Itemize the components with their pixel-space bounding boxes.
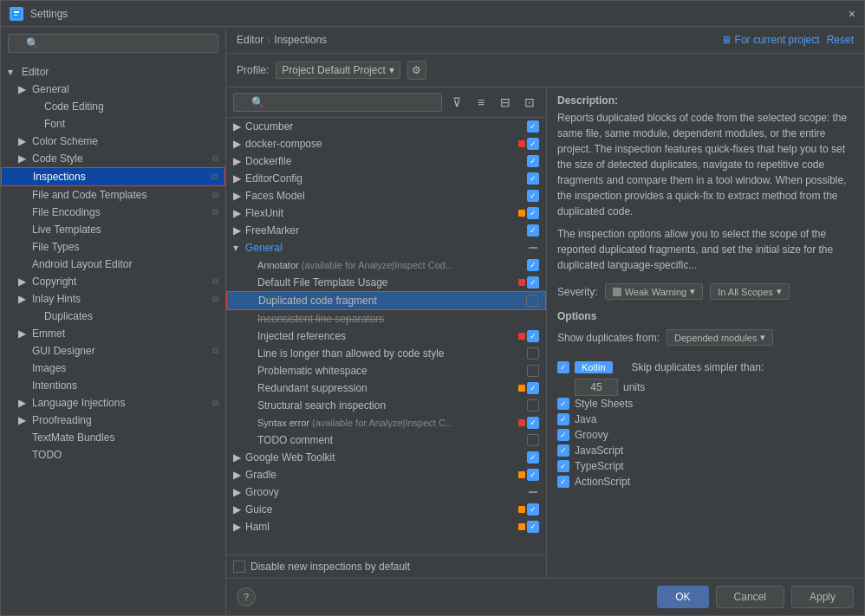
insp-item-structural[interactable]: Structural search inspection bbox=[226, 397, 546, 414]
minimize-button[interactable]: ⊡ bbox=[520, 93, 539, 112]
insp-item-gwt[interactable]: ▶ Google Web Toolkit ✓ bbox=[226, 449, 546, 466]
syntax-checkbox[interactable]: ✓ bbox=[527, 417, 539, 429]
sidebar-item-editor[interactable]: ▾ Editor bbox=[1, 63, 225, 81]
prob-ws-checkbox[interactable] bbox=[527, 365, 539, 377]
cucumber-checkbox[interactable]: ✓ bbox=[527, 120, 539, 133]
insp-item-editorconfig[interactable]: ▶ EditorConfig ✓ bbox=[226, 170, 546, 187]
sidebar-item-lang-injections[interactable]: ▶ Language Injections ⧉ bbox=[1, 394, 225, 412]
insp-item-docker[interactable]: ▶ docker-compose ✓ bbox=[226, 135, 546, 152]
insp-item-cucumber[interactable]: ▶ Cucumber ✓ bbox=[226, 118, 546, 135]
faces-checkbox[interactable]: ✓ bbox=[527, 190, 539, 202]
show-dup-select[interactable]: Depended modules ▾ bbox=[667, 329, 773, 346]
stylesheets-checkbox[interactable]: ✓ bbox=[557, 398, 569, 410]
as-checkbox[interactable]: ✓ bbox=[557, 476, 569, 488]
disable-checkbox[interactable] bbox=[233, 561, 245, 573]
java-checkbox[interactable]: ✓ bbox=[557, 413, 569, 425]
simpler-input[interactable] bbox=[575, 379, 618, 396]
insp-item-faces[interactable]: ▶ Faces Model ✓ bbox=[226, 187, 546, 204]
insp-item-haml[interactable]: ▶ Haml ✓ bbox=[226, 518, 546, 535]
sidebar-item-font[interactable]: Font bbox=[1, 115, 225, 133]
close-button[interactable]: × bbox=[849, 7, 855, 21]
sidebar-item-duplicates[interactable]: Duplicates bbox=[1, 308, 225, 325]
cancel-button[interactable]: Cancel bbox=[716, 586, 784, 608]
sidebar-item-android-layout[interactable]: Android Layout Editor bbox=[1, 256, 225, 273]
help-button[interactable]: ? bbox=[237, 587, 256, 606]
sidebar-item-textmate[interactable]: TextMate Bundles bbox=[1, 429, 225, 446]
freemarker-checkbox[interactable]: ✓ bbox=[527, 224, 539, 237]
insp-item-syntax[interactable]: Syntax error (available for Analyze|Insp… bbox=[226, 414, 546, 431]
description-text: Reports duplicated blocks of code from t… bbox=[547, 110, 864, 219]
insp-item-injected[interactable]: Injected references ✓ bbox=[226, 327, 546, 345]
insp-item-todo[interactable]: TODO comment bbox=[226, 431, 546, 449]
sidebar-item-file-encodings[interactable]: File Encodings ⧉ bbox=[1, 204, 225, 221]
todo-insp-checkbox[interactable] bbox=[527, 434, 539, 446]
injected-checkbox[interactable]: ✓ bbox=[527, 330, 539, 342]
ok-button[interactable]: OK bbox=[657, 586, 708, 608]
docker-checkbox[interactable]: ✓ bbox=[527, 138, 539, 150]
sidebar-item-copyright[interactable]: ▶ Copyright ⧉ bbox=[1, 273, 225, 290]
insp-item-prob-whitespace[interactable]: Problematic whitespace bbox=[226, 362, 546, 379]
insp-item-line-longer[interactable]: Line is longer than allowed by code styl… bbox=[226, 345, 546, 362]
gwt-checkbox[interactable]: ✓ bbox=[527, 451, 539, 464]
reset-button[interactable]: Reset bbox=[827, 34, 854, 46]
sidebar-item-live-templates[interactable]: Live Templates bbox=[1, 221, 225, 238]
redundant-checkbox[interactable]: ✓ bbox=[527, 382, 539, 394]
sidebar-item-images[interactable]: Images bbox=[1, 360, 225, 377]
groovy-lang-checkbox[interactable]: ✓ bbox=[557, 429, 569, 441]
sidebar-item-general[interactable]: ▶ General bbox=[1, 81, 225, 98]
sidebar-item-emmet[interactable]: ▶ Emmet bbox=[1, 325, 225, 342]
structural-checkbox[interactable] bbox=[527, 399, 539, 412]
dockerfile-checkbox[interactable]: ✓ bbox=[527, 155, 539, 167]
expand-button[interactable]: ≡ bbox=[472, 93, 491, 112]
guice-checkbox[interactable]: ✓ bbox=[527, 503, 539, 515]
insp-item-annotator[interactable]: Annotator (available for Analyze|Inspect… bbox=[226, 256, 546, 274]
haml-checkbox[interactable]: ✓ bbox=[527, 521, 539, 533]
insp-item-freemarker[interactable]: ▶ FreeMarker ✓ bbox=[226, 222, 546, 239]
flexunit-checkbox[interactable]: ✓ bbox=[527, 207, 539, 219]
collapse-button[interactable]: ⊟ bbox=[496, 93, 515, 112]
insp-item-dockerfile[interactable]: ▶ Dockerfile ✓ bbox=[226, 152, 546, 170]
sidebar-item-proofreading[interactable]: ▶ Proofreading bbox=[1, 412, 225, 429]
svg-rect-0 bbox=[12, 10, 21, 18]
as-label: ActionScript bbox=[575, 476, 630, 488]
list-search-input[interactable] bbox=[233, 93, 442, 112]
insp-item-default-file[interactable]: Default File Template Usage ✓ bbox=[226, 274, 546, 291]
default-file-checkbox[interactable]: ✓ bbox=[527, 276, 539, 289]
sidebar-item-file-types[interactable]: File Types bbox=[1, 238, 225, 256]
js-checkbox[interactable]: ✓ bbox=[557, 444, 569, 457]
sidebar-item-code-editing[interactable]: Code Editing bbox=[1, 98, 225, 115]
insp-item-groovy[interactable]: ▶ Groovy bbox=[226, 483, 546, 501]
line-longer-checkbox[interactable] bbox=[527, 347, 539, 360]
disable-label: Disable new inspections by default bbox=[250, 561, 410, 573]
sidebar-item-color-scheme[interactable]: ▶ Color Scheme bbox=[1, 133, 225, 150]
insp-item-redundant[interactable]: Redundant suppression ✓ bbox=[226, 379, 546, 397]
sidebar-search-input[interactable] bbox=[8, 34, 218, 53]
ts-checkbox[interactable]: ✓ bbox=[557, 460, 569, 472]
sidebar-item-code-style[interactable]: ▶ Code Style ⧉ bbox=[1, 150, 225, 167]
sidebar-item-file-code-templates[interactable]: File and Code Templates ⧉ bbox=[1, 186, 225, 204]
dup-code-checkbox[interactable] bbox=[526, 295, 538, 307]
apply-button[interactable]: Apply bbox=[791, 586, 854, 608]
scope-select[interactable]: In All Scopes ▾ bbox=[710, 283, 790, 300]
severity-select[interactable]: Weak Warning ▾ bbox=[605, 283, 704, 300]
sidebar-item-todo[interactable]: TODO bbox=[1, 446, 225, 464]
profile-select[interactable]: Project Default Project ▾ bbox=[276, 62, 400, 79]
insp-item-gradle[interactable]: ▶ Gradle ✓ bbox=[226, 466, 546, 483]
insp-item-inconsistent[interactable]: Inconsistent line separators bbox=[226, 310, 546, 327]
annotator-checkbox[interactable]: ✓ bbox=[527, 259, 539, 271]
insp-item-duplicated[interactable]: Duplicated code fragment bbox=[226, 291, 546, 310]
insp-item-guice[interactable]: ▶ Guice ✓ bbox=[226, 501, 546, 518]
filter-button[interactable]: ⊽ bbox=[447, 93, 466, 112]
sidebar-item-gui-designer[interactable]: GUI Designer ⧉ bbox=[1, 342, 225, 360]
gear-button[interactable]: ⚙ bbox=[407, 61, 426, 80]
gradle-checkbox[interactable]: ✓ bbox=[527, 469, 539, 481]
insp-item-flexunit[interactable]: ▶ FlexUnit ✓ bbox=[226, 204, 546, 222]
sidebar-item-intentions[interactable]: Intentions bbox=[1, 377, 225, 394]
editorconfig-checkbox[interactable]: ✓ bbox=[527, 172, 539, 185]
main-header: Editor › Inspections 🖥For current projec… bbox=[226, 27, 864, 54]
sidebar-item-inspections[interactable]: Inspections ⧉ bbox=[1, 167, 225, 186]
sidebar-item-inlay-hints[interactable]: ▶ Inlay Hints ⧉ bbox=[1, 290, 225, 308]
insp-item-general[interactable]: ▾ General bbox=[226, 239, 546, 256]
kotlin-checkbox[interactable]: ✓ bbox=[557, 361, 569, 373]
ts-label: TypeScript bbox=[575, 460, 624, 472]
